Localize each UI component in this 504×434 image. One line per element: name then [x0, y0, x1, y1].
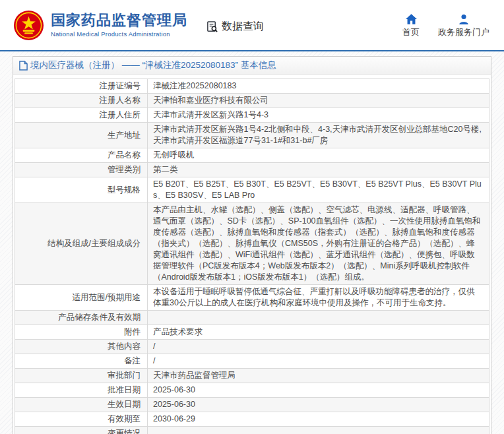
content-card: 境内医疗器械（注册） —— “津械注准20252080183” 基本信息 注册证…: [13, 56, 491, 434]
data-query-icon: [206, 20, 218, 33]
table-row: 生效日期2025-06-30: [15, 398, 489, 412]
breadcrumb: 境内医疗器械（注册） —— “津械注准20252080183” 基本信息: [13, 57, 491, 75]
logo-text: 国家药品监督管理局 National Medical Products Admi…: [51, 13, 187, 38]
nav-gov-portal-label: 政务服务门户: [438, 26, 489, 38]
table-row: 产品储存条件及有效期: [15, 311, 489, 325]
home-icon: [406, 14, 417, 24]
row-label: 管理类别: [15, 163, 148, 177]
row-value: 天津市武清开发区新兴路1号4-3: [148, 108, 489, 122]
table-row: 结构及组成/主要组成成分本产品由主机、水罐（选配）、侧盖（选配）、空气滤芯、电源…: [15, 203, 489, 285]
row-value: 天津市药品监督管理局: [148, 369, 489, 383]
row-value: 天津怡和嘉业医疗科技有限公司: [148, 94, 489, 108]
table-row: 批准日期2025-06-30: [15, 383, 489, 398]
nav-home-label: 首页: [402, 26, 420, 38]
table-row: 变更情况: [15, 427, 489, 434]
row-value: 天津市武清开发区新兴路1号4-2北侧和中段、4-3,天津市武清开发区创业总部基地…: [148, 123, 489, 148]
national-emblem-icon: [13, 10, 44, 41]
breadcrumb-text: 境内医疗器械（注册） —— “津械注准20252080183” 基本信息: [30, 59, 276, 71]
nav-home[interactable]: 首页: [402, 14, 420, 38]
row-label: 其他内容: [15, 340, 148, 354]
site-subtitle: National Medical Products Administration: [51, 30, 187, 38]
row-value: 第二类: [148, 163, 489, 177]
nav-gov-portal[interactable]: 政务服务门户: [438, 14, 489, 38]
header-right-nav: 首页 政务服务门户: [402, 14, 489, 38]
row-label: 批准日期: [15, 383, 148, 397]
row-label: 生产地址: [15, 123, 148, 148]
site-title: 国家药品监督管理局: [51, 13, 187, 28]
table-row: 生产地址天津市武清开发区新兴路1号4-2北侧和中段、4-3,天津市武清开发区创业…: [15, 123, 489, 148]
row-value: E5 B20T、E5 B25T、E5 B30T、E5 B25VT、E5 B30V…: [148, 177, 489, 202]
row-label: 产品储存条件及有效期: [15, 311, 148, 325]
row-value: /: [148, 354, 489, 368]
tab-data-query-label: 数据查询: [222, 20, 264, 34]
site-header: 国家药品监督管理局 National Medical Products Admi…: [0, 0, 504, 50]
document-icon: [19, 61, 28, 71]
table-row: 注册人住所天津市武清开发区新兴路1号4-3: [15, 108, 489, 123]
row-label: 注册人住所: [15, 108, 148, 122]
row-label: 审批部门: [15, 369, 148, 383]
row-value: 2025-06-30: [148, 398, 489, 412]
table-row: 注册证编号津械注准20252080183: [15, 79, 489, 94]
table-row: 注册人名称天津怡和嘉业医疗科技有限公司: [15, 94, 489, 108]
table-row: 有效期至2030-06-29: [15, 412, 489, 427]
info-table: 注册证编号津械注准20252080183注册人名称天津怡和嘉业医疗科技有限公司注…: [15, 78, 489, 434]
row-label: 备注: [15, 354, 148, 368]
row-label: 结构及组成/主要组成成分: [15, 203, 148, 284]
main-area: 境内医疗器械（注册） —— “津械注准20252080183” 基本信息 注册证…: [0, 51, 504, 434]
row-value: [148, 427, 489, 434]
table-row: 审批部门天津市药品监督管理局: [15, 369, 489, 383]
table-row: 管理类别第二类: [15, 163, 489, 177]
row-label: 适用范围/预期用途: [15, 285, 148, 310]
table-row: 附件产品技术要求: [15, 325, 489, 340]
table-row: 备注/: [15, 354, 489, 369]
row-label: 有效期至: [15, 412, 148, 426]
row-label: 变更情况: [15, 427, 148, 434]
row-label: 注册人名称: [15, 94, 148, 108]
row-label: 型号规格: [15, 177, 148, 202]
row-value: 产品技术要求: [148, 325, 489, 339]
user-icon: [458, 14, 469, 24]
table-row: 型号规格E5 B20T、E5 B25T、E5 B30T、E5 B25VT、E5 …: [15, 177, 489, 203]
row-value: 2030-06-29: [148, 412, 489, 426]
row-label: 生效日期: [15, 398, 148, 412]
table-row: 其他内容/: [15, 340, 489, 354]
row-label: 产品名称: [15, 148, 148, 162]
row-value: /: [148, 340, 489, 354]
row-value: 本设备适用于睡眠呼吸暂停低通气综合征、严重打鼾以及呼吸功能障碍患者的治疗，仅供体…: [148, 285, 489, 310]
row-value: 津械注准20252080183: [148, 79, 489, 93]
nmpa-logo[interactable]: 国家药品监督管理局 National Medical Products Admi…: [13, 10, 187, 41]
table-row: 产品名称无创呼吸机: [15, 148, 489, 163]
row-label: 附件: [15, 325, 148, 339]
row-value: [148, 311, 489, 325]
row-value: 2025-06-30: [148, 383, 489, 397]
row-value: 本产品由主机、水罐（选配）、侧盖（选配）、空气滤芯、电源线、适配器、呼吸管路、通…: [148, 203, 489, 284]
tab-data-query[interactable]: 数据查询: [206, 20, 264, 34]
row-label: 注册证编号: [15, 79, 148, 93]
table-row: 适用范围/预期用途本设备适用于睡眠呼吸暂停低通气综合征、严重打鼾以及呼吸功能障碍…: [15, 285, 489, 311]
row-value: 无创呼吸机: [148, 148, 489, 162]
